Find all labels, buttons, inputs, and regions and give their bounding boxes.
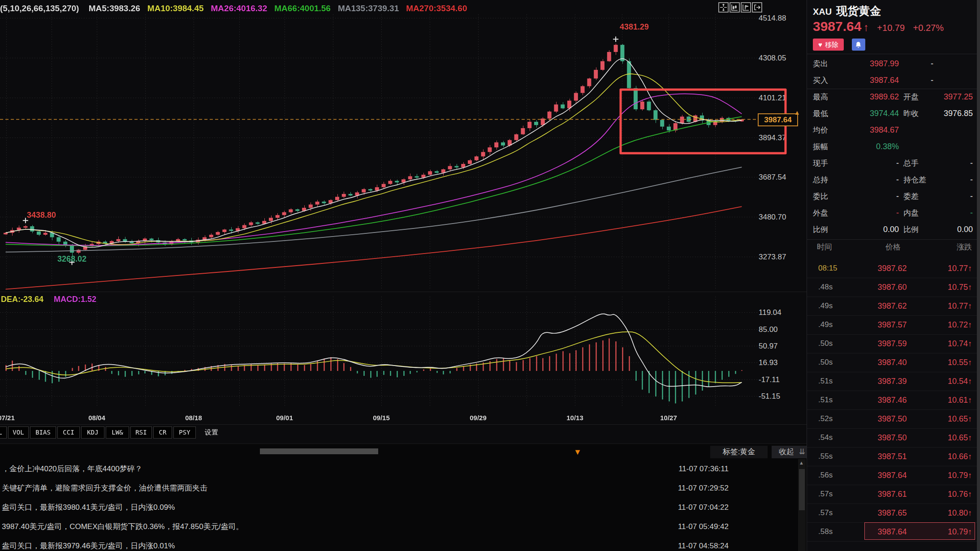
news-item[interactable]: 盎司关口，最新报3980.41美元/盎司，日内涨0.09%11-07 07:04…	[2, 498, 764, 517]
field-label: 昨收	[903, 105, 919, 122]
tick-time: .57s	[818, 504, 833, 522]
field-value: -	[843, 205, 899, 221]
last-price: 3987.64	[813, 19, 861, 34]
news-drag-handle[interactable]: ▼	[260, 448, 378, 454]
field-value: -	[843, 188, 899, 205]
tick-row[interactable]: .49s3987.6210.77↑	[807, 297, 977, 316]
axis-candle-icon[interactable]	[730, 2, 740, 13]
news-item-text: 关键矿产清单，避险需求回升支撑金价，油价遭供需两面夹击	[2, 484, 207, 492]
tick-row[interactable]: .58s3987.6410.79↑	[807, 522, 977, 542]
ma-legend: (5,10,26,66,135,270) MA5:3983.26MA10:398…	[0, 4, 474, 13]
tick-row[interactable]: .56s3987.6410.79↑	[807, 466, 977, 485]
current-price-tag: 3987.64	[758, 113, 798, 126]
field-value: 3989.62	[843, 89, 899, 105]
news-scrollbar-thumb[interactable]	[799, 469, 805, 510]
date-axis-label: 08/04	[88, 414, 105, 422]
field-label: 最低	[813, 105, 828, 122]
news-item[interactable]: 关键矿产清单，避险需求回升支撑金价，油价遭供需两面夹击11-07 07:29:5…	[2, 478, 764, 498]
ma-legend-item: MA135:3739.31	[338, 4, 399, 13]
tick-price: 3987.61	[861, 485, 924, 504]
tick-row[interactable]: .52s3987.5010.65↑	[807, 409, 977, 429]
remove-label: 移除	[825, 41, 838, 48]
tick-price: 3987.62	[861, 259, 924, 278]
up-arrow-icon: ↑	[968, 527, 972, 536]
up-arrow-icon: ↑	[968, 339, 972, 348]
field-label: 开盘	[903, 89, 919, 105]
tick-price: 3987.60	[861, 278, 924, 297]
quote-panel: XAU现货黄金 3987.64 ↑ +10.79 +0.27% ♥移除 卖出39…	[807, 0, 977, 551]
tick-row[interactable]: .48s3987.6010.75↑	[807, 278, 977, 297]
field-label: 均价	[813, 122, 828, 138]
collapse-triangle-icon[interactable]: ▼	[574, 448, 582, 456]
indicator-tab[interactable]: VOL	[8, 426, 29, 439]
news-scrollbar[interactable]: ▲	[798, 459, 806, 551]
news-item[interactable]: ，金价上冲4020后回落，年底4400梦碎？11-07 07:36:11	[2, 459, 764, 478]
remove-favorite-button[interactable]: ♥移除	[813, 39, 844, 51]
tick-row[interactable]: .50s3987.4010.55↑	[807, 353, 977, 372]
col-price: 价格	[885, 242, 901, 252]
candlestick-chart-canvas[interactable]	[0, 0, 807, 443]
up-arrow-icon: ↑	[968, 320, 972, 329]
news-item[interactable]: 3987.40美元/盎司，COMEX白银期货下跌0.36%，报47.850美元/…	[2, 517, 764, 536]
indicator-tab[interactable]: LW&	[106, 426, 129, 439]
indicator-tab[interactable]: BIAS	[30, 426, 56, 439]
price-change-percent: +0.27%	[913, 23, 944, 33]
indicator-tab[interactable]: RSI	[130, 426, 152, 439]
field-label: 现手	[813, 155, 828, 172]
date-axis-label: 08/18	[185, 414, 202, 422]
tick-change: 10.66↑	[948, 447, 972, 466]
tick-time: .56s	[818, 466, 833, 485]
tick-time: .50s	[818, 353, 833, 372]
tick-time: .49s	[818, 297, 833, 315]
tick-row[interactable]: .51s3987.4610.61↑	[807, 391, 977, 410]
tick-row[interactable]: .57s3987.6510.80↑	[807, 504, 977, 523]
divider	[807, 54, 977, 54]
crosshair-move-icon[interactable]	[718, 2, 729, 13]
field-value: 0.00	[843, 221, 899, 238]
up-arrow-icon: ↑	[968, 452, 972, 461]
tick-row[interactable]: .51s3987.3910.54↑	[807, 372, 977, 391]
pop-out-icon[interactable]	[752, 2, 762, 13]
up-arrow-icon: ↑	[968, 301, 972, 310]
tick-row[interactable]: .55s3987.5110.66↑	[807, 447, 977, 466]
tick-price: 3987.40	[861, 353, 924, 372]
alert-bell-button[interactable]	[852, 39, 865, 51]
price-change: +10.79	[877, 23, 905, 33]
tick-price: 3987.59	[861, 334, 924, 353]
indicator-settings-tab[interactable]: 设置	[200, 426, 223, 438]
tick-table-header: 时间 价格 涨跌	[807, 242, 977, 256]
up-arrow-icon: ↑	[968, 283, 972, 292]
tick-row[interactable]: 08:153987.6210.77↑	[807, 259, 977, 278]
quote-field-row: 比例0.00比例0.00	[807, 221, 977, 238]
field-label: 总手	[903, 155, 919, 172]
news-item-text: 3987.40美元/盎司，COMEX白银期货下跌0.36%，报47.850美元/…	[2, 522, 243, 531]
tick-time: 08:15	[818, 259, 838, 278]
tick-price: 3987.62	[861, 297, 924, 315]
tick-row[interactable]: .50s3987.5910.74↑	[807, 334, 977, 353]
scroll-up-icon[interactable]: ▲	[799, 460, 804, 465]
indicator-tab[interactable]: VOL	[0, 426, 7, 439]
date-axis-label: 07/21	[0, 414, 15, 422]
tick-price: 3987.50	[861, 428, 924, 447]
tick-price: 3987.65	[861, 504, 924, 522]
dea-value: DEA:-23.64	[1, 295, 43, 304]
up-arrow-icon: ↑	[968, 414, 972, 423]
page-scrollbar[interactable]	[977, 0, 980, 551]
tick-change: 10.65↑	[948, 409, 972, 428]
field-label: 委比	[813, 188, 828, 205]
tick-row[interactable]: .54s3987.5010.65↑	[807, 428, 977, 448]
date-axis-label: 09/01	[276, 414, 293, 422]
news-item[interactable]: 盎司关口，最新报3979.46美元/盎司，日内涨0.01%11-07 04:58…	[2, 536, 764, 551]
axis-flag-icon[interactable]	[741, 2, 751, 13]
field-label: 比例	[813, 221, 828, 238]
tick-time: .52s	[818, 409, 833, 428]
indicator-tab[interactable]: KDJ	[81, 426, 104, 439]
tick-row[interactable]: .49s3987.5710.72↑	[807, 315, 977, 335]
indicator-tab[interactable]: CCI	[57, 426, 80, 439]
indicator-tab[interactable]: CR	[153, 426, 172, 439]
tick-row[interactable]: .57s3987.6110.76↑	[807, 485, 977, 504]
date-axis-label: 10/13	[566, 414, 583, 422]
heart-icon: ♥	[818, 41, 822, 48]
field-value: 0.38%	[843, 138, 899, 155]
indicator-tab[interactable]: PSY	[173, 426, 196, 439]
